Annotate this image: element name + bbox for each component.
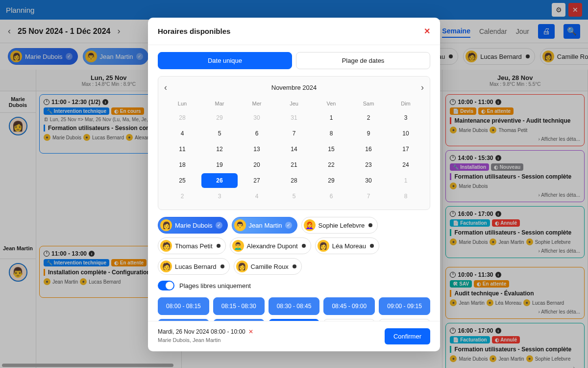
- status-dot: [217, 244, 220, 248]
- calendar-day[interactable]: 28: [276, 173, 312, 188]
- calendar-day[interactable]: 30: [239, 110, 275, 125]
- calendar-day[interactable]: 1: [313, 110, 349, 125]
- calendar-day[interactable]: 4: [239, 189, 275, 204]
- check-icon: ✓: [285, 222, 292, 229]
- calendar-day[interactable]: 9: [350, 126, 387, 141]
- avatar-icon: 👨‍🦱: [232, 240, 244, 252]
- calendar-month: Novembre 2024: [271, 84, 317, 91]
- calendar-day[interactable]: 5: [201, 126, 238, 141]
- time-slots: 08:00 - 08:1508:15 - 08:3008:30 - 08:450…: [158, 297, 430, 321]
- calendar-day[interactable]: 2: [350, 110, 387, 125]
- calendar-day[interactable]: 7: [276, 126, 312, 141]
- time-slot[interactable]: 08:15 - 08:30: [213, 297, 265, 315]
- calendar-day[interactable]: 26: [201, 173, 238, 188]
- availability-modal: Horaires disponibles ✕ Date unique Plage…: [148, 18, 440, 351]
- calendar-day[interactable]: 11: [164, 142, 200, 157]
- calendar-day[interactable]: 2: [164, 189, 200, 204]
- time-slot[interactable]: 08:45 - 09:00: [323, 297, 375, 315]
- calendar-day[interactable]: 13: [239, 142, 275, 157]
- check-icon: ✓: [216, 222, 222, 229]
- calendar-day[interactable]: 19: [201, 158, 238, 172]
- calendar-day[interactable]: 29: [201, 110, 238, 125]
- next-month-button[interactable]: ›: [421, 82, 424, 93]
- free-only-toggle[interactable]: [158, 281, 174, 290]
- user-chip[interactable]: 🧑Thomas Petit: [158, 237, 226, 254]
- calendar-day[interactable]: 3: [388, 110, 424, 125]
- calendar-day[interactable]: 12: [201, 142, 238, 157]
- selected-datetime: Mardi, 26 Nov 2024 08:00 - 10:00: [158, 328, 245, 335]
- time-slot[interactable]: 08:00 - 08:15: [158, 297, 209, 315]
- clear-selection-button[interactable]: ✕: [248, 328, 253, 335]
- avatar-icon: 👩‍🦰: [304, 219, 316, 231]
- calendar-day[interactable]: 10: [388, 126, 424, 141]
- user-chip[interactable]: 👩Léa Moreau: [315, 237, 379, 254]
- user-chip[interactable]: 👩‍🦰Sophie Lefebvre: [301, 217, 378, 234]
- avatar-icon: 🧑: [160, 240, 172, 252]
- user-chip[interactable]: 👨‍🦱Alexandre Dupont: [230, 237, 311, 254]
- avatar-icon: 👨: [234, 219, 246, 231]
- modal-title: Horaires disponibles: [158, 27, 230, 35]
- status-dot: [370, 244, 374, 248]
- calendar-day[interactable]: 3: [201, 189, 238, 204]
- calendar-day[interactable]: 23: [350, 158, 387, 172]
- calendar: ‹ Novembre 2024 › LunMarMerJeuVenSamDim2…: [158, 76, 430, 210]
- calendar-day[interactable]: 21: [276, 158, 312, 172]
- calendar-day[interactable]: 8: [388, 189, 424, 204]
- tab-date-range[interactable]: Plage de dates: [296, 52, 430, 69]
- status-dot: [220, 264, 224, 268]
- calendar-day[interactable]: 16: [350, 142, 387, 157]
- toggle-label: Plages libres uniquement: [179, 282, 251, 289]
- avatar-icon: 👩: [160, 219, 172, 231]
- tab-single-date[interactable]: Date unique: [158, 52, 292, 69]
- calendar-day[interactable]: 14: [276, 142, 312, 157]
- calendar-day[interactable]: 17: [388, 142, 424, 157]
- user-chip[interactable]: 👩Marie Dubois✓: [158, 217, 228, 234]
- calendar-day[interactable]: 27: [239, 173, 275, 188]
- modal-overlay[interactable]: Horaires disponibles ✕ Date unique Plage…: [0, 0, 588, 368]
- avatar-icon: 🧑: [160, 261, 172, 272]
- avatar-icon: 👩: [318, 240, 329, 252]
- selected-people: Marie Dubois, Jean Martin: [158, 337, 253, 343]
- calendar-day[interactable]: 25: [164, 173, 200, 188]
- calendar-day[interactable]: 6: [313, 189, 349, 204]
- confirm-button[interactable]: Confirmer: [385, 328, 430, 344]
- calendar-day[interactable]: 6: [239, 126, 275, 141]
- status-dot: [302, 244, 306, 248]
- calendar-day[interactable]: 28: [164, 110, 200, 125]
- modal-user-chips: 👩Marie Dubois✓👨Jean Martin✓👩‍🦰Sophie Lef…: [158, 217, 430, 275]
- calendar-day[interactable]: 8: [313, 126, 349, 141]
- calendar-day[interactable]: 15: [313, 142, 349, 157]
- calendar-day[interactable]: 29: [313, 173, 349, 188]
- calendar-day[interactable]: 24: [388, 158, 424, 172]
- calendar-day[interactable]: 20: [239, 158, 275, 172]
- modal-close-button[interactable]: ✕: [424, 26, 430, 36]
- time-slot[interactable]: 09:00 - 09:15: [379, 297, 430, 315]
- calendar-day[interactable]: 4: [164, 126, 200, 141]
- calendar-day[interactable]: 31: [276, 110, 312, 125]
- calendar-day[interactable]: 1: [388, 173, 424, 188]
- status-dot: [368, 223, 372, 227]
- calendar-day[interactable]: 30: [350, 173, 387, 188]
- avatar-icon: 👩: [236, 261, 248, 272]
- status-dot: [293, 264, 296, 268]
- prev-month-button[interactable]: ‹: [164, 82, 167, 93]
- calendar-day[interactable]: 18: [164, 158, 200, 172]
- user-chip[interactable]: 👩Camille Roux: [234, 258, 302, 275]
- calendar-day[interactable]: 5: [276, 189, 312, 204]
- user-chip[interactable]: 🧑Lucas Bernard: [158, 258, 230, 275]
- calendar-day[interactable]: 22: [313, 158, 349, 172]
- calendar-day[interactable]: 7: [350, 189, 387, 204]
- user-chip[interactable]: 👨Jean Martin✓: [232, 217, 297, 234]
- time-slot[interactable]: 08:30 - 08:45: [269, 297, 320, 315]
